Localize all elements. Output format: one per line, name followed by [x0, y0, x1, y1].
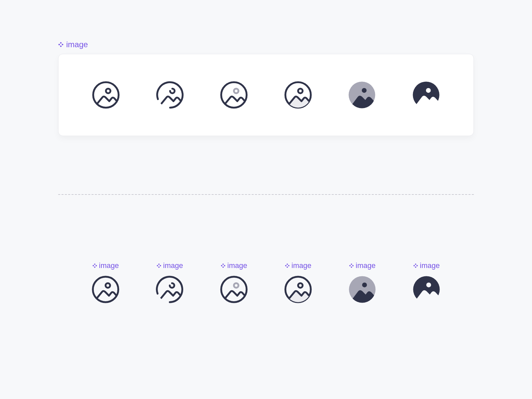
- svg-point-38: [234, 283, 239, 288]
- section-divider: [58, 194, 474, 195]
- svg-rect-34: [223, 265, 225, 267]
- svg-point-6: [106, 89, 111, 93]
- svg-rect-0: [60, 42, 62, 44]
- icon-card: [58, 54, 474, 136]
- item-label: image: [349, 261, 376, 270]
- svg-rect-48: [352, 265, 353, 267]
- svg-rect-54: [413, 265, 415, 267]
- image-icon-outline: [92, 81, 120, 109]
- svg-point-45: [298, 283, 303, 288]
- image-icon-twotone: [220, 275, 248, 304]
- svg-rect-30: [158, 266, 160, 268]
- item-title: image: [227, 261, 247, 270]
- svg-rect-22: [95, 265, 97, 267]
- item-title: image: [292, 261, 312, 270]
- svg-rect-41: [288, 265, 289, 267]
- page-container: image: [0, 0, 532, 304]
- bottom-section: image image: [58, 261, 474, 304]
- diamond-icon: [413, 263, 418, 268]
- svg-rect-49: [350, 266, 352, 268]
- svg-rect-56: [415, 266, 416, 268]
- item-title: image: [420, 261, 440, 270]
- item-label: image: [413, 261, 440, 270]
- icon-item: image: [156, 261, 184, 304]
- svg-point-10: [234, 89, 239, 93]
- svg-point-13: [298, 89, 303, 93]
- image-icon-bold: [412, 275, 441, 304]
- diamond-icon: [58, 42, 64, 47]
- svg-rect-40: [285, 265, 287, 267]
- svg-rect-35: [222, 266, 224, 268]
- image-icon-bulk-grey: [348, 81, 376, 109]
- item-label: image: [92, 261, 119, 270]
- diamond-icon: [349, 263, 354, 268]
- svg-point-26: [106, 283, 110, 288]
- svg-point-16: [362, 88, 366, 93]
- svg-rect-42: [286, 266, 288, 268]
- image-icon-bold: [412, 81, 440, 109]
- item-title: image: [356, 261, 376, 270]
- image-icon-broken: [156, 275, 184, 304]
- svg-rect-21: [92, 265, 94, 267]
- icon-item: image: [412, 261, 441, 304]
- svg-rect-33: [221, 265, 222, 267]
- section-label: image: [58, 40, 474, 49]
- image-icon-bulk-light: [284, 275, 312, 304]
- svg-rect-55: [416, 265, 418, 267]
- icon-item: image: [220, 261, 248, 304]
- svg-rect-27: [158, 263, 160, 265]
- diamond-icon: [92, 263, 97, 268]
- svg-point-52: [362, 283, 367, 287]
- svg-rect-39: [286, 263, 288, 265]
- svg-point-19: [413, 82, 440, 108]
- item-title: image: [163, 261, 183, 270]
- svg-rect-47: [349, 265, 351, 267]
- svg-rect-28: [157, 265, 158, 267]
- svg-rect-29: [159, 265, 161, 267]
- diamond-icon: [285, 263, 290, 268]
- item-label: image: [221, 261, 247, 270]
- svg-rect-20: [94, 263, 95, 265]
- diamond-icon: [221, 263, 225, 268]
- icon-item: image: [348, 261, 376, 304]
- image-icon-bulk-grey: [348, 275, 376, 304]
- item-label: image: [285, 261, 312, 270]
- svg-rect-32: [222, 263, 224, 265]
- image-icon-twotone: [220, 81, 248, 109]
- item-title: image: [99, 261, 119, 270]
- svg-point-59: [413, 276, 440, 303]
- item-label: image: [157, 261, 183, 270]
- svg-rect-1: [58, 44, 60, 46]
- image-icon-bulk-light: [284, 81, 312, 109]
- diamond-icon: [157, 263, 161, 268]
- svg-rect-2: [62, 44, 64, 46]
- svg-rect-46: [350, 263, 352, 265]
- svg-rect-3: [60, 45, 62, 47]
- image-icon-broken: [156, 81, 184, 109]
- icon-item: image: [284, 261, 312, 304]
- icon-item: image: [91, 261, 120, 304]
- section-title: image: [66, 40, 88, 49]
- image-icon-outline: [91, 275, 120, 304]
- svg-rect-53: [415, 263, 416, 265]
- svg-rect-23: [94, 266, 95, 268]
